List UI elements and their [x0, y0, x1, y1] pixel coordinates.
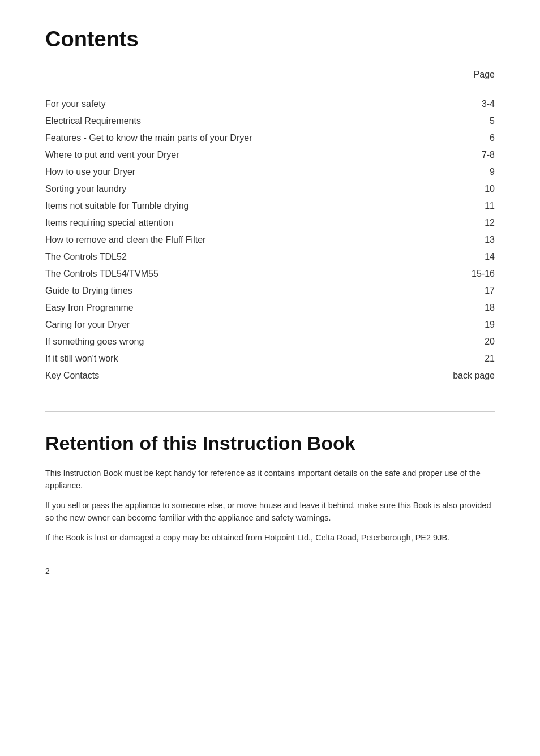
toc-table: Page	[45, 70, 495, 84]
section-divider	[45, 411, 495, 412]
toc-row: Sorting your laundry10	[45, 181, 495, 197]
toc-item-title: Electrical Requirements	[45, 113, 411, 130]
toc-item-title: The Controls TDL54/TVM55	[45, 265, 411, 282]
toc-row: Where to put and vent your Dryer7-8	[45, 147, 495, 164]
toc-item-title: The Controls TDL52	[45, 248, 411, 265]
toc-item-page: 10	[411, 181, 495, 197]
retention-body: This Instruction Book must be kept handy…	[45, 467, 495, 544]
toc-row: For your safety3-4	[45, 96, 495, 113]
toc-item-page: 21	[411, 350, 495, 367]
toc-item-page: 3-4	[411, 96, 495, 113]
toc-row: Electrical Requirements5	[45, 113, 495, 130]
toc-item-title: Where to put and vent your Dryer	[45, 147, 411, 164]
toc-item-title: If it still won't work	[45, 350, 411, 367]
toc-row: How to use your Dryer9	[45, 164, 495, 181]
toc-item-title: How to remove and clean the Fluff Filter	[45, 231, 411, 248]
toc-row: Easy Iron Programme18	[45, 299, 495, 316]
toc-row: If something goes wrong20	[45, 333, 495, 350]
toc-item-page: 14	[411, 248, 495, 265]
toc-page-column-header: Page	[45, 70, 495, 84]
toc-row: Items requiring special attention12	[45, 214, 495, 231]
toc-item-title: If something goes wrong	[45, 333, 411, 350]
toc-header-row: Page	[45, 70, 495, 84]
retention-paragraph: If the Book is lost or damaged a copy ma…	[45, 531, 495, 544]
toc-item-page: 5	[411, 113, 495, 130]
toc-row: Caring for your Dryer19	[45, 316, 495, 333]
toc-item-title: Items requiring special attention	[45, 214, 411, 231]
toc-item-page: 6	[411, 130, 495, 147]
toc-item-page: 15-16	[411, 265, 495, 282]
contents-section: Contents Page For your safety3-4Electric…	[45, 27, 495, 384]
toc-item-page: 20	[411, 333, 495, 350]
toc-row: The Controls TDL54/TVM5515-16	[45, 265, 495, 282]
toc-row: If it still won't work21	[45, 350, 495, 367]
toc-item-title: For your safety	[45, 96, 411, 113]
toc-row: How to remove and clean the Fluff Filter…	[45, 231, 495, 248]
retention-paragraph: If you sell or pass the appliance to som…	[45, 499, 495, 525]
toc-row: Items not suitable for Tumble drying11	[45, 197, 495, 214]
retention-paragraph: This Instruction Book must be kept handy…	[45, 467, 495, 492]
toc-item-page: 11	[411, 197, 495, 214]
toc-item-page: 18	[411, 299, 495, 316]
toc-row: Features - Get to know the main parts of…	[45, 130, 495, 147]
toc-item-title: Sorting your laundry	[45, 181, 411, 197]
toc-item-title: Items not suitable for Tumble drying	[45, 197, 411, 214]
retention-section: Retention of this Instruction Book This …	[45, 432, 495, 544]
toc-item-page: 12	[411, 214, 495, 231]
contents-title: Contents	[45, 27, 495, 51]
toc-item-title: Features - Get to know the main parts of…	[45, 130, 411, 147]
toc-item-page: 17	[411, 282, 495, 299]
toc-items-table: For your safety3-4Electrical Requirement…	[45, 96, 495, 384]
toc-item-page: 19	[411, 316, 495, 333]
toc-item-title: How to use your Dryer	[45, 164, 411, 181]
toc-item-title: Guide to Drying times	[45, 282, 411, 299]
toc-item-title: Key Contacts	[45, 367, 411, 384]
toc-row: The Controls TDL5214	[45, 248, 495, 265]
toc-item-page: 7-8	[411, 147, 495, 164]
toc-row: Key Contactsback page	[45, 367, 495, 384]
retention-title: Retention of this Instruction Book	[45, 432, 495, 454]
toc-item-title: Caring for your Dryer	[45, 316, 411, 333]
toc-item-page: 9	[411, 164, 495, 181]
toc-item-title: Easy Iron Programme	[45, 299, 411, 316]
toc-item-page: 13	[411, 231, 495, 248]
toc-row: Guide to Drying times17	[45, 282, 495, 299]
toc-item-page: back page	[411, 367, 495, 384]
page-number: 2	[45, 566, 495, 575]
page-container: Contents Page For your safety3-4Electric…	[0, 0, 540, 609]
